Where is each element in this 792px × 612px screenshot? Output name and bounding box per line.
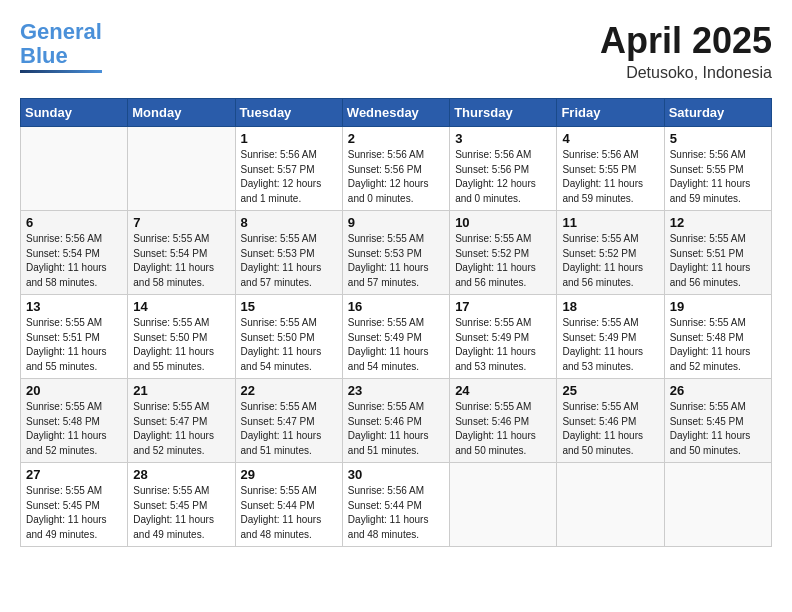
calendar-cell (450, 463, 557, 547)
day-number: 13 (26, 299, 122, 314)
day-number: 28 (133, 467, 229, 482)
calendar-cell (21, 127, 128, 211)
logo-general: General (20, 19, 102, 44)
title-block: April 2025 Detusoko, Indonesia (600, 20, 772, 82)
calendar-cell: 21Sunrise: 5:55 AM Sunset: 5:47 PM Dayli… (128, 379, 235, 463)
calendar-cell: 17Sunrise: 5:55 AM Sunset: 5:49 PM Dayli… (450, 295, 557, 379)
calendar-cell (664, 463, 771, 547)
day-number: 20 (26, 383, 122, 398)
day-number: 21 (133, 383, 229, 398)
weekday-header-sunday: Sunday (21, 99, 128, 127)
day-number: 4 (562, 131, 658, 146)
day-number: 30 (348, 467, 444, 482)
calendar-cell: 22Sunrise: 5:55 AM Sunset: 5:47 PM Dayli… (235, 379, 342, 463)
day-info: Sunrise: 5:55 AM Sunset: 5:50 PM Dayligh… (133, 316, 229, 374)
weekday-header-wednesday: Wednesday (342, 99, 449, 127)
day-info: Sunrise: 5:55 AM Sunset: 5:45 PM Dayligh… (133, 484, 229, 542)
day-number: 12 (670, 215, 766, 230)
day-number: 7 (133, 215, 229, 230)
logo: General Blue (20, 20, 102, 73)
day-info: Sunrise: 5:55 AM Sunset: 5:53 PM Dayligh… (348, 232, 444, 290)
calendar-cell: 18Sunrise: 5:55 AM Sunset: 5:49 PM Dayli… (557, 295, 664, 379)
calendar-cell: 12Sunrise: 5:55 AM Sunset: 5:51 PM Dayli… (664, 211, 771, 295)
day-info: Sunrise: 5:55 AM Sunset: 5:50 PM Dayligh… (241, 316, 337, 374)
day-info: Sunrise: 5:55 AM Sunset: 5:52 PM Dayligh… (455, 232, 551, 290)
day-info: Sunrise: 5:55 AM Sunset: 5:53 PM Dayligh… (241, 232, 337, 290)
day-info: Sunrise: 5:55 AM Sunset: 5:45 PM Dayligh… (670, 400, 766, 458)
day-number: 16 (348, 299, 444, 314)
weekday-header-tuesday: Tuesday (235, 99, 342, 127)
location: Detusoko, Indonesia (600, 64, 772, 82)
day-number: 6 (26, 215, 122, 230)
day-info: Sunrise: 5:55 AM Sunset: 5:48 PM Dayligh… (670, 316, 766, 374)
calendar-cell: 8Sunrise: 5:55 AM Sunset: 5:53 PM Daylig… (235, 211, 342, 295)
day-info: Sunrise: 5:56 AM Sunset: 5:57 PM Dayligh… (241, 148, 337, 206)
calendar-cell: 29Sunrise: 5:55 AM Sunset: 5:44 PM Dayli… (235, 463, 342, 547)
calendar-cell: 27Sunrise: 5:55 AM Sunset: 5:45 PM Dayli… (21, 463, 128, 547)
day-number: 10 (455, 215, 551, 230)
calendar-week-3: 13Sunrise: 5:55 AM Sunset: 5:51 PM Dayli… (21, 295, 772, 379)
day-number: 25 (562, 383, 658, 398)
page-header: General Blue April 2025 Detusoko, Indone… (20, 20, 772, 82)
calendar-week-4: 20Sunrise: 5:55 AM Sunset: 5:48 PM Dayli… (21, 379, 772, 463)
calendar-cell: 10Sunrise: 5:55 AM Sunset: 5:52 PM Dayli… (450, 211, 557, 295)
calendar-cell: 24Sunrise: 5:55 AM Sunset: 5:46 PM Dayli… (450, 379, 557, 463)
day-number: 29 (241, 467, 337, 482)
day-number: 27 (26, 467, 122, 482)
day-number: 15 (241, 299, 337, 314)
calendar-cell: 30Sunrise: 5:56 AM Sunset: 5:44 PM Dayli… (342, 463, 449, 547)
calendar-cell: 6Sunrise: 5:56 AM Sunset: 5:54 PM Daylig… (21, 211, 128, 295)
day-info: Sunrise: 5:55 AM Sunset: 5:44 PM Dayligh… (241, 484, 337, 542)
day-number: 22 (241, 383, 337, 398)
calendar-cell: 1Sunrise: 5:56 AM Sunset: 5:57 PM Daylig… (235, 127, 342, 211)
calendar-cell: 5Sunrise: 5:56 AM Sunset: 5:55 PM Daylig… (664, 127, 771, 211)
calendar-cell: 15Sunrise: 5:55 AM Sunset: 5:50 PM Dayli… (235, 295, 342, 379)
logo-underline (20, 70, 102, 73)
calendar-week-5: 27Sunrise: 5:55 AM Sunset: 5:45 PM Dayli… (21, 463, 772, 547)
day-info: Sunrise: 5:55 AM Sunset: 5:47 PM Dayligh… (133, 400, 229, 458)
day-info: Sunrise: 5:56 AM Sunset: 5:55 PM Dayligh… (670, 148, 766, 206)
day-info: Sunrise: 5:55 AM Sunset: 5:46 PM Dayligh… (348, 400, 444, 458)
weekday-header-monday: Monday (128, 99, 235, 127)
logo-blue: Blue (20, 43, 68, 68)
calendar-cell: 23Sunrise: 5:55 AM Sunset: 5:46 PM Dayli… (342, 379, 449, 463)
day-info: Sunrise: 5:56 AM Sunset: 5:54 PM Dayligh… (26, 232, 122, 290)
calendar-body: 1Sunrise: 5:56 AM Sunset: 5:57 PM Daylig… (21, 127, 772, 547)
day-number: 5 (670, 131, 766, 146)
day-info: Sunrise: 5:55 AM Sunset: 5:46 PM Dayligh… (562, 400, 658, 458)
logo-text: General Blue (20, 20, 102, 68)
day-number: 26 (670, 383, 766, 398)
day-info: Sunrise: 5:55 AM Sunset: 5:52 PM Dayligh… (562, 232, 658, 290)
calendar-table: SundayMondayTuesdayWednesdayThursdayFrid… (20, 98, 772, 547)
day-info: Sunrise: 5:55 AM Sunset: 5:49 PM Dayligh… (455, 316, 551, 374)
calendar-cell: 14Sunrise: 5:55 AM Sunset: 5:50 PM Dayli… (128, 295, 235, 379)
calendar-cell: 26Sunrise: 5:55 AM Sunset: 5:45 PM Dayli… (664, 379, 771, 463)
day-info: Sunrise: 5:56 AM Sunset: 5:56 PM Dayligh… (348, 148, 444, 206)
day-number: 14 (133, 299, 229, 314)
day-number: 18 (562, 299, 658, 314)
day-number: 23 (348, 383, 444, 398)
calendar-cell: 7Sunrise: 5:55 AM Sunset: 5:54 PM Daylig… (128, 211, 235, 295)
day-number: 8 (241, 215, 337, 230)
calendar-cell: 25Sunrise: 5:55 AM Sunset: 5:46 PM Dayli… (557, 379, 664, 463)
day-number: 1 (241, 131, 337, 146)
day-info: Sunrise: 5:56 AM Sunset: 5:56 PM Dayligh… (455, 148, 551, 206)
calendar-cell (128, 127, 235, 211)
day-info: Sunrise: 5:55 AM Sunset: 5:45 PM Dayligh… (26, 484, 122, 542)
calendar-cell: 13Sunrise: 5:55 AM Sunset: 5:51 PM Dayli… (21, 295, 128, 379)
day-number: 9 (348, 215, 444, 230)
calendar-cell (557, 463, 664, 547)
day-info: Sunrise: 5:55 AM Sunset: 5:51 PM Dayligh… (26, 316, 122, 374)
day-info: Sunrise: 5:56 AM Sunset: 5:44 PM Dayligh… (348, 484, 444, 542)
weekday-header-thursday: Thursday (450, 99, 557, 127)
day-info: Sunrise: 5:55 AM Sunset: 5:51 PM Dayligh… (670, 232, 766, 290)
day-number: 17 (455, 299, 551, 314)
calendar-cell: 3Sunrise: 5:56 AM Sunset: 5:56 PM Daylig… (450, 127, 557, 211)
day-info: Sunrise: 5:55 AM Sunset: 5:49 PM Dayligh… (562, 316, 658, 374)
day-number: 2 (348, 131, 444, 146)
calendar-cell: 11Sunrise: 5:55 AM Sunset: 5:52 PM Dayli… (557, 211, 664, 295)
calendar-cell: 28Sunrise: 5:55 AM Sunset: 5:45 PM Dayli… (128, 463, 235, 547)
day-info: Sunrise: 5:55 AM Sunset: 5:54 PM Dayligh… (133, 232, 229, 290)
calendar-week-2: 6Sunrise: 5:56 AM Sunset: 5:54 PM Daylig… (21, 211, 772, 295)
weekday-header-row: SundayMondayTuesdayWednesdayThursdayFrid… (21, 99, 772, 127)
